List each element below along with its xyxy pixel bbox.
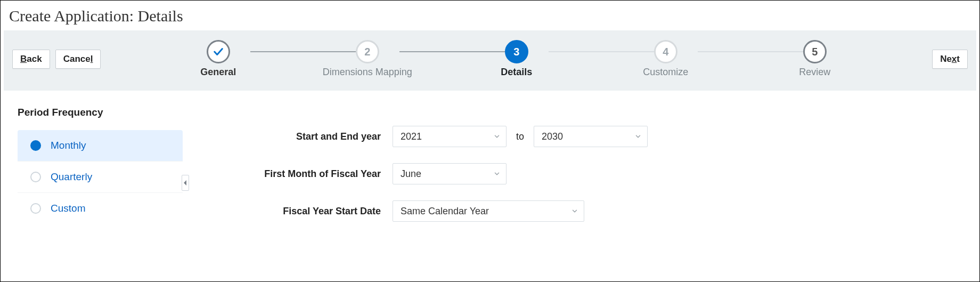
start-year-select[interactable]: 2021 xyxy=(393,126,507,147)
freq-option-custom[interactable]: Custom xyxy=(18,192,183,224)
chevron-down-icon xyxy=(571,207,578,215)
period-frequency-panel: Period Frequency Monthly Quarterly Custo… xyxy=(18,107,209,224)
fy-start-date-select[interactable]: Same Calendar Year xyxy=(393,200,584,222)
wizard-rail: Back Cancel General 2 Dimensions Mapping… xyxy=(4,30,976,91)
radio-icon xyxy=(30,172,41,182)
step-details-circle: 3 xyxy=(505,40,528,63)
first-month-select[interactable]: June xyxy=(393,163,507,184)
fy-start-date-value: Same Calendar Year xyxy=(401,206,489,217)
back-button-label: ack xyxy=(27,54,42,64)
caret-left-icon xyxy=(183,180,187,186)
step-dimensions-circle: 2 xyxy=(356,40,379,63)
details-form: Start and End year 2021 to 2030 First Mo… xyxy=(244,107,648,222)
step-general[interactable]: General xyxy=(186,40,250,78)
cancel-button[interactable]: Cancel xyxy=(55,50,101,69)
row-start-end-year: Start and End year 2021 to 2030 xyxy=(244,126,648,147)
to-separator: to xyxy=(516,131,524,142)
chevron-down-icon xyxy=(493,170,501,178)
start-end-year-label: Start and End year xyxy=(244,131,383,142)
step-review-label: Review xyxy=(799,67,830,78)
check-icon xyxy=(213,46,224,58)
end-year-value: 2030 xyxy=(542,131,563,142)
freq-option-monthly[interactable]: Monthly xyxy=(18,130,183,161)
step-general-label: General xyxy=(200,67,236,78)
step-details-label: Details xyxy=(501,67,532,78)
period-frequency-list: Monthly Quarterly Custom xyxy=(18,130,183,224)
content-area: Period Frequency Monthly Quarterly Custo… xyxy=(4,91,976,224)
period-frequency-title: Period Frequency xyxy=(18,107,209,118)
freq-option-label: Custom xyxy=(51,203,85,214)
panel-collapse-handle[interactable] xyxy=(182,175,189,191)
step-customize[interactable]: 4 Customize xyxy=(634,40,698,78)
row-first-month: First Month of Fiscal Year June xyxy=(244,163,648,184)
freq-option-label: Quarterly xyxy=(51,171,92,183)
rail-left-actions: Back Cancel xyxy=(12,50,101,69)
radio-icon xyxy=(30,140,41,151)
back-button[interactable]: Back xyxy=(12,50,50,69)
chevron-down-icon xyxy=(493,133,501,140)
step-dimensions-mapping[interactable]: 2 Dimensions Mapping xyxy=(336,40,399,78)
step-details[interactable]: 3 Details xyxy=(485,40,549,78)
first-month-value: June xyxy=(401,168,421,180)
fy-start-date-label: Fiscal Year Start Date xyxy=(244,206,383,217)
radio-icon xyxy=(30,203,41,214)
step-dimensions-label: Dimensions Mapping xyxy=(323,67,412,78)
rail-right-actions: Next xyxy=(932,50,968,69)
end-year-select[interactable]: 2030 xyxy=(534,126,648,147)
next-button[interactable]: Next xyxy=(932,50,968,69)
page-title: Create Application: Details xyxy=(4,4,976,30)
svg-marker-0 xyxy=(184,180,186,186)
first-month-label: First Month of Fiscal Year xyxy=(244,168,383,180)
step-review-circle: 5 xyxy=(803,40,827,63)
step-customize-label: Customize xyxy=(643,67,688,78)
step-review[interactable]: 5 Review xyxy=(783,40,847,78)
freq-option-quarterly[interactable]: Quarterly xyxy=(18,161,183,192)
freq-option-label: Monthly xyxy=(51,140,86,151)
wizard-steps: General 2 Dimensions Mapping 3 Details 4… xyxy=(101,40,932,78)
chevron-down-icon xyxy=(634,133,642,140)
step-customize-circle: 4 xyxy=(654,40,677,63)
step-general-circle xyxy=(207,40,230,63)
row-fy-start-date: Fiscal Year Start Date Same Calendar Yea… xyxy=(244,200,648,222)
start-year-value: 2021 xyxy=(401,131,422,142)
